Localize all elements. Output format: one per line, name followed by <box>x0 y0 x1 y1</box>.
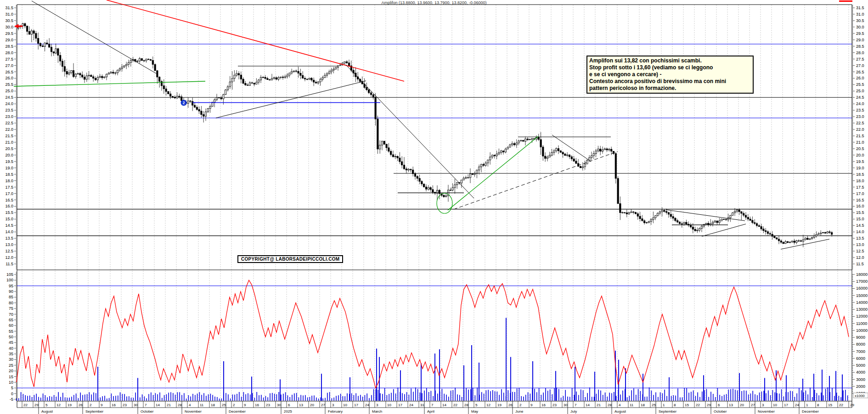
svg-text:12: 12 <box>486 403 490 407</box>
svg-text:13.5: 13.5 <box>856 236 864 241</box>
svg-text:21.0: 21.0 <box>856 140 864 145</box>
copyright-text: COPYRIGHT@ LABORSADEIPICCOLI.COM <box>241 257 339 262</box>
svg-text:12: 12 <box>56 403 61 407</box>
svg-text:25: 25 <box>9 363 13 368</box>
svg-text:10000: 10000 <box>856 328 868 333</box>
annotation-line: e se ci vengono a cercare) - <box>589 71 751 78</box>
svg-text:30.5: 30.5 <box>856 18 864 23</box>
svg-text:2025: 2025 <box>284 409 292 414</box>
svg-text:30.5: 30.5 <box>5 18 13 23</box>
svg-text:55: 55 <box>9 329 13 334</box>
svg-text:28: 28 <box>464 403 468 407</box>
svg-text:17.5: 17.5 <box>856 185 864 190</box>
svg-text:20.5: 20.5 <box>856 146 864 151</box>
svg-text:6000: 6000 <box>856 356 865 361</box>
svg-text:26.0: 26.0 <box>856 76 864 80</box>
svg-text:11: 11 <box>200 403 204 407</box>
svg-text:30: 30 <box>277 403 281 407</box>
svg-text:20.5: 20.5 <box>5 146 13 151</box>
svg-text:25: 25 <box>222 403 226 407</box>
svg-text:December: December <box>229 409 246 414</box>
svg-text:60: 60 <box>9 323 13 328</box>
svg-text:28.5: 28.5 <box>856 44 864 49</box>
svg-text:25.0: 25.0 <box>5 89 13 93</box>
svg-text:24.0: 24.0 <box>856 101 864 106</box>
svg-text:21: 21 <box>597 403 601 407</box>
svg-text:20.0: 20.0 <box>856 153 864 157</box>
svg-text:80: 80 <box>9 301 13 305</box>
svg-text:25.0: 25.0 <box>856 89 864 93</box>
red-dash-marker <box>839 0 852 2</box>
svg-text:85: 85 <box>9 295 13 299</box>
svg-text:2: 2 <box>182 101 185 105</box>
svg-text:27.0: 27.0 <box>5 63 13 68</box>
svg-text:16: 16 <box>112 403 116 407</box>
svg-text:15.0: 15.0 <box>856 217 864 221</box>
copyright-badge: COPYRIGHT@ LABORSADEIPICCOLI.COM <box>237 255 343 263</box>
svg-text:22: 22 <box>696 403 700 407</box>
svg-text:23.0: 23.0 <box>856 114 864 119</box>
svg-text:29.0: 29.0 <box>856 38 864 42</box>
svg-text:28: 28 <box>608 403 612 407</box>
annotation-line: Contesto ancora positivo di brevissimo m… <box>589 78 751 85</box>
svg-text:22.0: 22.0 <box>856 127 864 132</box>
svg-text:14: 14 <box>156 403 160 407</box>
svg-text:13.0: 13.0 <box>856 242 864 247</box>
svg-text:October: October <box>714 409 727 414</box>
svg-text:15: 15 <box>828 403 832 407</box>
svg-text:23.5: 23.5 <box>856 108 864 112</box>
svg-text:25: 25 <box>652 403 656 407</box>
svg-text:March: March <box>372 409 382 414</box>
svg-text:8: 8 <box>674 403 676 407</box>
svg-text:30: 30 <box>564 403 568 407</box>
svg-text:12.0: 12.0 <box>856 255 864 260</box>
svg-text:19: 19 <box>68 403 72 407</box>
svg-text:31.5: 31.5 <box>856 6 864 10</box>
svg-text:27: 27 <box>751 403 755 407</box>
svg-text:10: 10 <box>773 403 777 407</box>
svg-text:50: 50 <box>9 335 13 339</box>
svg-text:21: 21 <box>167 403 171 407</box>
svg-text:October: October <box>141 409 154 414</box>
svg-text:10: 10 <box>387 403 391 407</box>
oscillator-axis: 1051009590858075706560555045403530252015… <box>6 272 17 402</box>
svg-text:May: May <box>471 409 478 414</box>
svg-text:17: 17 <box>354 403 358 407</box>
svg-text:29: 29 <box>850 403 854 407</box>
x1000-badge: x1000 <box>853 393 868 398</box>
svg-text:23: 23 <box>266 403 270 407</box>
svg-text:30.0: 30.0 <box>5 25 13 29</box>
svg-text:31: 31 <box>420 403 424 407</box>
svg-text:75: 75 <box>9 306 13 311</box>
svg-text:September: September <box>85 409 103 414</box>
annotation-box: Amplifon sui 13,82 con pochissimi scambi… <box>586 56 754 94</box>
svg-text:14.0: 14.0 <box>5 229 13 234</box>
svg-text:23.5: 23.5 <box>5 108 13 112</box>
svg-text:2: 2 <box>233 403 235 407</box>
svg-text:3000: 3000 <box>856 377 865 382</box>
svg-text:September: September <box>659 409 676 414</box>
svg-text:26: 26 <box>79 403 83 407</box>
svg-text:12.0: 12.0 <box>5 255 13 260</box>
svg-text:11.5: 11.5 <box>6 262 13 266</box>
svg-text:-5: -5 <box>10 397 13 402</box>
svg-text:26: 26 <box>508 403 513 407</box>
svg-text:15.5: 15.5 <box>5 210 13 215</box>
svg-text:18.0: 18.0 <box>5 179 13 183</box>
svg-text:23: 23 <box>123 403 127 407</box>
svg-text:14.5: 14.5 <box>5 223 13 228</box>
svg-text:9: 9 <box>101 403 103 407</box>
svg-text:19.5: 19.5 <box>5 159 13 164</box>
svg-text:24: 24 <box>795 403 799 407</box>
annotation-line: Amplifon sui 13,82 con pochissimi scambi… <box>589 57 751 64</box>
svg-text:14.0: 14.0 <box>856 229 864 234</box>
svg-text:3: 3 <box>762 403 764 407</box>
svg-text:24: 24 <box>409 403 413 407</box>
svg-text:17.0: 17.0 <box>856 191 864 196</box>
svg-text:12000: 12000 <box>856 314 868 319</box>
svg-text:18000: 18000 <box>856 272 868 277</box>
svg-text:16: 16 <box>541 403 546 407</box>
svg-text:27.5: 27.5 <box>5 57 13 62</box>
svg-text:22.0: 22.0 <box>5 127 13 132</box>
svg-text:August: August <box>614 409 626 414</box>
